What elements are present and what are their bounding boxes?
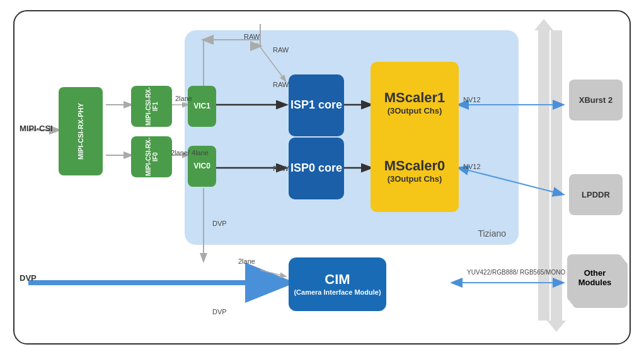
isp1-block: ISP1 core [289, 74, 344, 136]
raw-label-2: RAW [273, 46, 289, 54]
nv12-label-2: NV12 [463, 163, 481, 170]
raw-label-1: RAW [244, 33, 260, 40]
cim-block: CIM (Camera Interface Module) [289, 257, 386, 311]
nv12-label-1: NV12 [463, 96, 481, 103]
mipi-csi-label: MIPI-CSI [20, 124, 53, 133]
svg-line-21 [260, 270, 285, 276]
24lane-label: 2lane/ 4lane [171, 149, 209, 156]
isp0-block: ISP0 core [289, 138, 344, 199]
mipi-csi-rx-phy-block: MIPI-CSI-RX-PHY [59, 87, 103, 175]
mscaler0-block: MScaler0 (3Output Chs) [371, 130, 459, 212]
raw-label-3: RAW [273, 81, 289, 88]
vic1-block: VIC1 [188, 86, 216, 127]
diagram-container: Tiziano [13, 10, 631, 345]
mipi-csi-rx-if0-block: MIPI-CSI-RX-IF0 [131, 136, 172, 177]
raw-label-4: RAW [273, 165, 289, 172]
2lane-label: 2lane [175, 95, 192, 102]
dvp-arrow-label-1: DVP [212, 220, 227, 227]
svg-marker-15 [547, 321, 566, 332]
yuv-label: YUV422/RGB888/ RGB565/MONO [467, 269, 565, 276]
other-modules-block: Other Modules [567, 254, 629, 311]
2lane-cim-label: 2lane [238, 257, 255, 265]
tiziano-area: Tiziano [185, 30, 519, 245]
dvp-arrow-label-2: DVP [212, 308, 227, 316]
dvp-label: DVP [20, 273, 37, 283]
mipi-csi-rx-if1-block: MIPI-CSI-RX-IF1 [131, 86, 172, 127]
lpddr-block: LPDDR [569, 174, 623, 215]
svg-marker-13 [534, 19, 553, 30]
xburst2-block: XBurst 2 [569, 80, 623, 121]
tiziano-label: Tiziano [478, 228, 506, 239]
